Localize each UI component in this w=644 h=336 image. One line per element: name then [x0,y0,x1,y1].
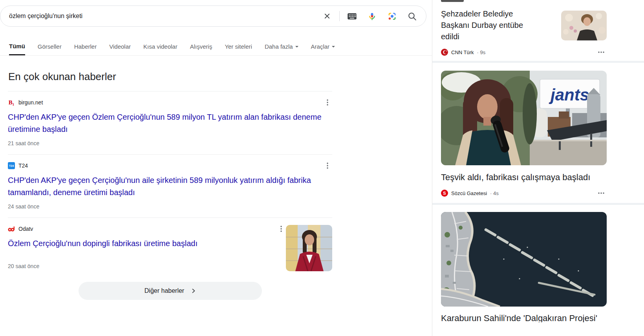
panel-card-menu-icon[interactable] [596,47,606,57]
birgun-favicon: B₁ [8,99,15,106]
source-name: birgun.net [18,99,43,106]
panel-card-image[interactable] [441,212,607,307]
tab-daha-fazla[interactable]: Daha fazla [265,38,298,55]
tab-label: Videolar [109,43,131,50]
result-thumbnail[interactable] [286,225,332,271]
google-search-results-page: Tümü Görseller Haberler Videolar Kısa vi… [0,0,644,336]
result-timestamp: 24 saat önce [8,203,332,210]
panel-card-image[interactable]: jants [441,71,607,165]
source-name: T24 [18,163,28,169]
more-news-button[interactable]: Diğer haberler [79,282,262,300]
result-title-link[interactable]: Özlem Çerçioğlu'nun dopingli fabrikası ü… [8,237,259,250]
search-icon[interactable] [407,11,417,22]
chevron-down-icon [295,46,298,47]
tab-alisveris[interactable]: Alışveriş [190,38,212,55]
panel-card-meta: S Sözcü Gazetesi · 4s [441,190,499,197]
search-bar-icons [322,11,426,22]
panel-section-divider [432,203,644,205]
result-menu-icon[interactable] [276,224,286,234]
tab-araclar[interactable]: Araçlar [311,38,335,55]
search-input[interactable] [0,13,322,20]
cutoff-content-fragment [441,0,464,2]
google-lens-icon[interactable] [387,11,397,22]
result-timestamp: 21 saat önce [8,140,332,146]
news-result: T24 T24 CHP'den AKP'ye geçen Çerçioğlu'n… [8,154,332,217]
panel-source-name: CNN Türk [451,49,474,55]
news-result: Odatv Özlem Çerçioğlu'nun dopingli fabri… [8,217,332,279]
tab-label: Kısa videolar [143,43,177,50]
tab-tumu[interactable]: Tümü [9,38,25,55]
tab-kisa-videolar[interactable]: Kısa videolar [143,38,177,55]
panel-timestamp: · 9s [477,49,486,55]
news-result: B₁ birgun.net CHP'den AKP'ye geçen Özlem… [8,91,332,154]
result-title-link[interactable]: CHP'den AKP'ye geçen Özlem Çerçioğlu'nun… [8,111,328,135]
result-menu-icon[interactable] [323,98,332,107]
result-menu-icon[interactable] [323,161,332,170]
odatv-favicon [8,225,15,232]
search-bar-separator [339,11,340,21]
right-chevron-icon [191,289,196,293]
tab-gorseller[interactable]: Görseller [38,38,62,55]
tab-label: Araçlar [311,43,330,50]
keyboard-icon[interactable] [347,11,357,22]
tab-videolar[interactable]: Videolar [109,38,131,55]
result-timestamp: 20 saat önce [8,263,332,269]
result-type-tabs: Tümü Görseller Haberler Videolar Kısa vi… [0,38,432,56]
sozcu-logo: S [441,190,448,197]
panel-divider [432,0,432,336]
source-name: Odatv [18,226,33,232]
more-news-label: Diğer haberler [145,287,184,294]
panel-card-thumbnail[interactable] [561,11,607,40]
search-bar [0,5,426,27]
factory-sign-text: jants [549,86,589,104]
chevron-down-icon [332,46,335,47]
tab-yer-siteleri[interactable]: Yer siteleri [225,38,252,55]
tab-label: Alışveriş [190,43,212,50]
source-row: B₁ birgun.net [8,99,332,106]
tab-label: Haberler [74,43,97,50]
panel-card-title[interactable]: Karaburun Sahili'nde 'Dalgakıran Projesi… [441,312,610,322]
news-results-list: B₁ birgun.net CHP'den AKP'ye geçen Özlem… [8,91,332,279]
panel-timestamp: · 4s [490,190,499,196]
panel-card-title[interactable]: Şehzadeler Belediye Başkanı Durbay entüb… [441,8,534,42]
page-title: En çok okunan haberler [8,71,116,83]
panel-card-menu-icon[interactable] [596,188,606,198]
source-row: T24 T24 [8,162,332,170]
result-title-link[interactable]: CHP'den AKP'ye geçen Çerçioğlu'nun aile … [8,174,328,199]
cnn-turk-logo [441,49,448,56]
tab-label: Görseller [38,43,62,50]
panel-card-meta: CNN Türk · 9s [441,49,485,56]
clear-icon[interactable] [322,11,332,22]
tab-label: Daha fazla [265,43,293,50]
tab-label: Yer siteleri [225,43,252,50]
panel-section-divider [432,61,644,63]
panel-card-title[interactable]: Teşvik aldı, fabrikası çalışmaya başladı [441,172,607,183]
t24-favicon: T24 [8,162,15,169]
tab-label: Tümü [9,43,25,49]
tab-haberler[interactable]: Haberler [74,38,97,55]
panel-source-name: Sözcü Gazetesi [451,190,487,196]
voice-search-icon[interactable] [367,11,377,22]
